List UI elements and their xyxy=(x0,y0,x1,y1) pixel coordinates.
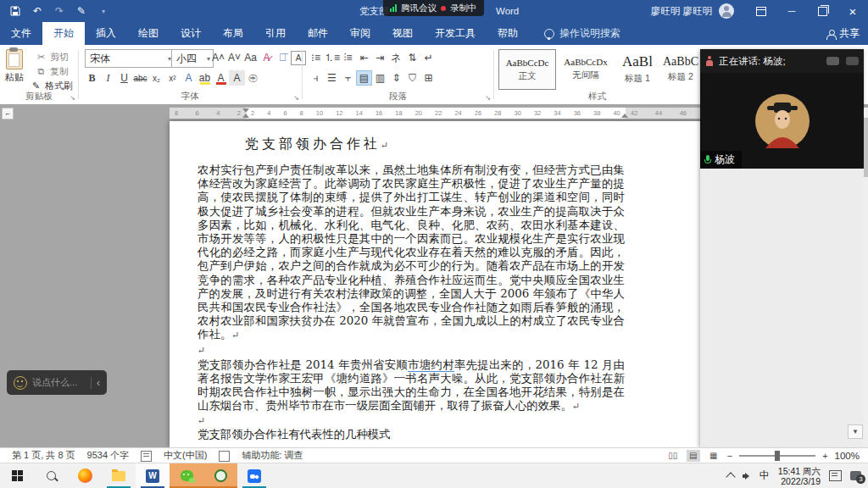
shading-icon[interactable]: ⛉ xyxy=(404,70,420,86)
ribbon-display-options-button[interactable] xyxy=(746,0,776,22)
undo-icon[interactable]: ↶ xyxy=(31,4,44,18)
text-effects-icon[interactable]: A xyxy=(181,70,197,86)
taskbar-wechat[interactable] xyxy=(170,463,203,488)
volume-icon[interactable] xyxy=(743,472,751,480)
increase-indent-icon[interactable]: ⇥ xyxy=(372,50,388,65)
vertical-scrollbar[interactable] xyxy=(864,108,868,447)
tab-home[interactable]: 开始 xyxy=(42,22,85,45)
word-count[interactable]: 9534 个字 xyxy=(87,449,130,462)
action-center-icon[interactable] xyxy=(829,470,842,481)
copy-button[interactable]: ⧉复制 xyxy=(36,65,69,78)
justify-icon[interactable]: ▤ xyxy=(356,70,372,86)
bullet-list-icon[interactable]: ⁝≡ xyxy=(308,50,324,65)
font-dialog-launcher[interactable]: ↘ xyxy=(293,94,299,102)
format-brush-icon[interactable]: ✎ xyxy=(75,4,88,18)
decrease-indent-icon[interactable]: ⇤ xyxy=(356,50,372,65)
taskbar-file-explorer[interactable] xyxy=(102,463,136,488)
meeting-chat-bubble[interactable]: 说点什么... ‹ xyxy=(7,370,107,395)
account-avatar[interactable] xyxy=(719,3,734,19)
tab-insert[interactable]: 插入 xyxy=(85,22,127,45)
clear-format-icon[interactable]: A̷ xyxy=(259,50,275,65)
superscript-button[interactable]: x² xyxy=(164,70,181,86)
style-heading1[interactable]: AaBl 标题 1 xyxy=(617,49,658,88)
read-mode-icon[interactable]: ▯▯ xyxy=(666,450,680,462)
save-icon[interactable] xyxy=(8,4,22,18)
meeting-header-icon[interactable] xyxy=(846,57,859,65)
minimize-button[interactable]: ─ xyxy=(776,0,807,22)
clipboard-dialog-launcher[interactable]: ↘ xyxy=(70,94,75,102)
redo-icon[interactable]: ↷ xyxy=(53,4,66,18)
style-no-spacing[interactable]: AaBbCcDx 无间隔 xyxy=(558,49,614,88)
zoom-slider[interactable] xyxy=(739,455,815,457)
macro-record-icon[interactable] xyxy=(219,451,230,462)
tab-help[interactable]: 帮助 xyxy=(487,22,529,45)
sort-icon[interactable]: ⇅ xyxy=(404,50,420,65)
tray-clock[interactable]: 15:41 周六 2022/3/19 xyxy=(778,466,821,486)
tab-developer[interactable]: 开发工具 xyxy=(424,22,487,45)
hanging-indent-marker[interactable] xyxy=(242,114,249,118)
font-size-combo[interactable]: 小四▾ xyxy=(171,49,214,68)
tab-draw[interactable]: 绘图 xyxy=(127,22,170,45)
restore-button[interactable] xyxy=(807,0,837,22)
zoom-in-button[interactable]: + xyxy=(822,451,827,461)
horizontal-ruler[interactable]: 8642 24681012141618202224262830323436384… xyxy=(170,108,705,119)
strikethrough-button[interactable]: abc xyxy=(132,70,148,86)
borders-icon[interactable]: ⊞ xyxy=(420,70,437,86)
tab-review[interactable]: 审阅 xyxy=(339,22,381,45)
font-color-icon[interactable]: A xyxy=(213,70,229,86)
print-layout-icon[interactable]: ▤ xyxy=(687,450,700,462)
notifications-icon[interactable]: 3 xyxy=(850,471,861,480)
taskbar-search-button[interactable] xyxy=(34,463,68,488)
right-indent-marker[interactable] xyxy=(621,114,628,118)
grow-font-icon[interactable]: A˄ xyxy=(210,50,226,65)
tab-references[interactable]: 引用 xyxy=(254,22,297,45)
line-spacing-icon[interactable]: ⇕ xyxy=(388,70,404,86)
align-right-icon[interactable]: ⫟ xyxy=(340,70,356,86)
close-button[interactable]: × xyxy=(837,0,868,22)
language-indicator[interactable]: 中文(中国) xyxy=(164,449,207,462)
proofing-icon[interactable] xyxy=(141,451,152,462)
italic-button[interactable]: I xyxy=(100,70,116,86)
scrollbar-thumb[interactable] xyxy=(864,118,868,177)
bold-button[interactable]: B xyxy=(84,70,100,86)
tab-stop-selector[interactable]: ⌐ xyxy=(2,108,14,119)
distribute-icon[interactable]: ▥ xyxy=(372,70,388,86)
tab-view[interactable]: 视图 xyxy=(381,22,424,45)
enclose-char-icon[interactable]: ㊥ xyxy=(245,70,261,86)
ime-indicator[interactable]: 中 xyxy=(760,469,770,483)
phonetic-guide-icon[interactable]: 文̈ xyxy=(275,50,291,65)
paste-button[interactable]: 粘贴 xyxy=(5,49,24,84)
customize-qat-icon[interactable]: ▾ xyxy=(97,4,110,18)
tab-mailings[interactable]: 邮件 xyxy=(297,22,339,45)
meeting-status-pill[interactable]: 腾讯会议 录制中 xyxy=(383,0,484,16)
paragraph-dialog-launcher[interactable]: ↘ xyxy=(485,94,491,102)
tray-expand-chevron-icon[interactable] xyxy=(726,472,735,481)
tab-file[interactable]: 文件 xyxy=(0,22,42,45)
taskbar-word[interactable]: W xyxy=(136,463,170,488)
meeting-header-icon[interactable] xyxy=(826,57,839,65)
first-line-indent-marker[interactable] xyxy=(242,108,249,113)
subscript-button[interactable]: x₂ xyxy=(148,70,164,86)
style-heading2[interactable]: AaBbC 标题 2 xyxy=(661,49,700,88)
share-button[interactable]: 共享 xyxy=(826,22,860,45)
highlight-icon[interactable]: ab xyxy=(197,70,213,86)
zoom-slider-thumb[interactable] xyxy=(775,451,780,461)
accessibility-status[interactable]: 辅助功能: 调查 xyxy=(242,449,303,462)
taskbar-firefox[interactable] xyxy=(68,463,102,488)
account-name[interactable]: 廖旺明 廖旺明 xyxy=(651,5,712,18)
change-case-icon[interactable]: Aa xyxy=(242,50,259,65)
chat-collapse-icon[interactable]: ‹ xyxy=(97,377,100,389)
taskbar-tencent-meeting[interactable] xyxy=(237,463,271,488)
chat-input-placeholder[interactable]: 说点什么... xyxy=(32,376,86,389)
tab-design[interactable]: 设计 xyxy=(170,22,212,45)
align-left-icon[interactable]: ⫞ xyxy=(308,70,324,86)
asian-layout-icon[interactable]: ネ xyxy=(388,50,404,65)
emoji-icon[interactable] xyxy=(14,376,27,390)
font-name-combo[interactable]: 宋体▾ xyxy=(85,49,175,68)
char-shading-icon[interactable]: A xyxy=(229,70,245,86)
style-normal[interactable]: AaBbCcDc 正文 xyxy=(498,49,556,90)
web-layout-icon[interactable]: ▦ xyxy=(707,450,721,462)
tencent-meeting-window[interactable]: 正在讲话: 杨波; 杨波 ▼ xyxy=(700,49,864,447)
taskbar-green-app[interactable] xyxy=(203,463,237,488)
show-marks-icon[interactable]: ↵ xyxy=(420,50,437,65)
